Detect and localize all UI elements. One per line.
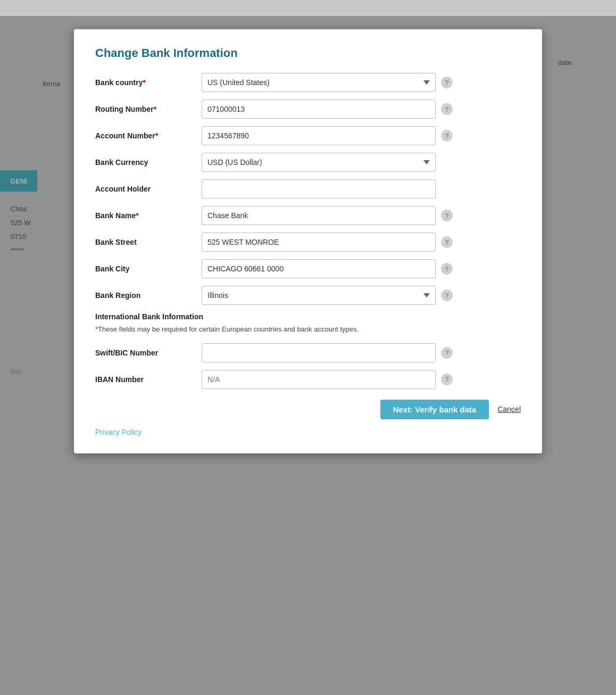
bank-country-control: US (United States) GB (United Kingdom) D… <box>202 73 521 92</box>
routing-number-row: Routing Number* ? <box>95 100 521 119</box>
account-number-help-icon[interactable]: ? <box>441 130 453 142</box>
bank-currency-control: USD (US Dollar) EUR (Euro) GBP (British … <box>202 153 521 172</box>
swift-bic-input[interactable] <box>202 343 436 362</box>
account-number-label: Account Number* <box>95 131 202 140</box>
international-bank-section: International Bank Information *These fi… <box>95 312 521 389</box>
bank-region-control: Illinois California New York Texas ? <box>202 286 521 305</box>
account-holder-control <box>202 179 521 198</box>
bank-city-row: Bank City ? <box>95 259 521 278</box>
next-verify-button[interactable]: Next: Verify bank data <box>380 400 489 419</box>
swift-bic-row: Swift/BIC Number ? <box>95 343 521 362</box>
form-actions: Next: Verify bank data Cancel <box>95 400 521 419</box>
bank-street-help-icon[interactable]: ? <box>441 236 453 248</box>
routing-number-help-icon[interactable]: ? <box>441 103 453 115</box>
bank-country-row: Bank country* US (United States) GB (Uni… <box>95 73 521 92</box>
bank-country-label: Bank country* <box>95 78 202 87</box>
iban-row: IBAN Number ? <box>95 370 521 389</box>
swift-bic-label: Swift/BIC Number <box>95 349 202 357</box>
bank-country-help-icon[interactable]: ? <box>441 77 453 88</box>
bank-region-label: Bank Region <box>95 291 202 300</box>
bank-city-input[interactable] <box>202 259 436 278</box>
change-bank-modal: Change Bank Information Bank country* US… <box>74 29 542 453</box>
iban-control: ? <box>202 370 521 389</box>
bank-currency-row: Bank Currency USD (US Dollar) EUR (Euro)… <box>95 153 521 172</box>
account-number-row: Account Number* ? <box>95 126 521 145</box>
account-holder-row: Account Holder <box>95 179 521 198</box>
account-number-input[interactable] <box>202 126 436 145</box>
bank-name-control: ? <box>202 206 521 225</box>
bank-region-row: Bank Region Illinois California New York… <box>95 286 521 305</box>
bank-street-row: Bank Street ? <box>95 233 521 252</box>
intl-section-note: *These fields may be required for certai… <box>95 324 521 335</box>
iban-input[interactable] <box>202 370 436 389</box>
bank-currency-label: Bank Currency <box>95 158 202 167</box>
privacy-policy-link[interactable]: Privacy Policy <box>95 428 141 436</box>
bank-name-help-icon[interactable]: ? <box>441 210 453 221</box>
intl-section-title: International Bank Information <box>95 312 521 321</box>
account-number-control: ? <box>202 126 521 145</box>
bank-name-label: Bank Name* <box>95 211 202 220</box>
bank-currency-select[interactable]: USD (US Dollar) EUR (Euro) GBP (British … <box>202 153 436 172</box>
swift-bic-control: ? <box>202 343 521 362</box>
routing-number-control: ? <box>202 100 521 119</box>
cancel-button[interactable]: Cancel <box>497 405 521 413</box>
bank-city-label: Bank City <box>95 264 202 273</box>
bank-city-control: ? <box>202 259 521 278</box>
bank-region-help-icon[interactable]: ? <box>441 289 453 301</box>
bank-region-select[interactable]: Illinois California New York Texas <box>202 286 436 305</box>
account-holder-input[interactable] <box>202 179 436 198</box>
routing-number-input[interactable] <box>202 100 436 119</box>
modal-title: Change Bank Information <box>95 46 521 60</box>
swift-bic-help-icon[interactable]: ? <box>441 347 453 359</box>
bank-name-input[interactable] <box>202 206 436 225</box>
account-holder-label: Account Holder <box>95 185 202 193</box>
iban-label: IBAN Number <box>95 375 202 384</box>
bank-country-select[interactable]: US (United States) GB (United Kingdom) D… <box>202 73 436 92</box>
bank-street-label: Bank Street <box>95 238 202 246</box>
bank-street-input[interactable] <box>202 233 436 252</box>
iban-help-icon[interactable]: ? <box>441 374 453 385</box>
bank-city-help-icon[interactable]: ? <box>441 263 453 275</box>
bank-name-row: Bank Name* ? <box>95 206 521 225</box>
routing-number-label: Routing Number* <box>95 105 202 113</box>
bank-street-control: ? <box>202 233 521 252</box>
